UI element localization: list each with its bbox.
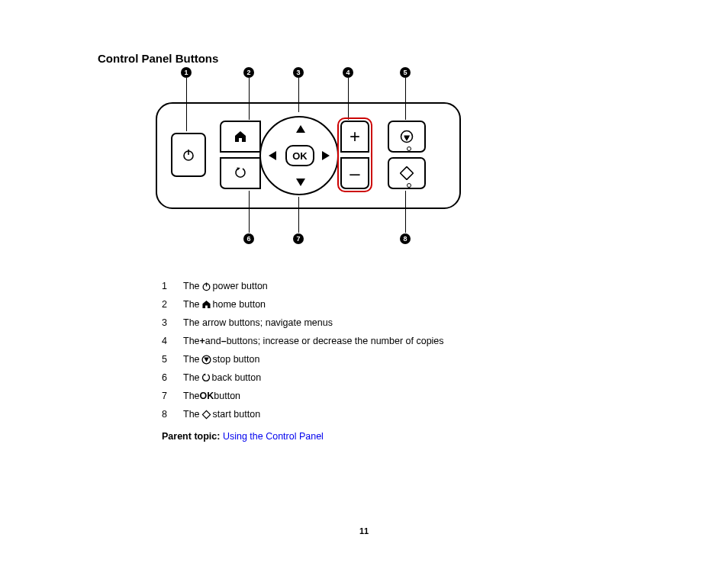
legend-desc: The start button: [183, 409, 260, 420]
legend-desc: The back button: [183, 372, 261, 383]
start-icon: [201, 410, 211, 420]
legend-row: 6 The back button: [162, 372, 444, 383]
legend-number: 7: [162, 391, 183, 401]
callout-4: 4: [343, 67, 353, 78]
legend-desc: The + and – buttons; increase or decreas…: [183, 336, 444, 346]
legend-row: 4 The + and – buttons; increase or decre…: [162, 336, 444, 346]
power-icon: [201, 282, 211, 291]
arrow-right-icon: [322, 151, 330, 160]
legend-row: 3 The arrow buttons; navigate menus: [162, 317, 444, 328]
legend-number: 3: [162, 317, 183, 328]
callout-3: 3: [293, 67, 304, 78]
callout-2: 2: [243, 67, 254, 78]
section-heading: Control Panel Buttons: [98, 52, 218, 65]
callout-6: 6: [243, 233, 254, 244]
page-number: 11: [0, 526, 728, 536]
callout-7: 7: [293, 233, 304, 244]
led-icon: [407, 183, 411, 188]
legend-number: 6: [162, 372, 183, 383]
svg-rect-10: [202, 410, 210, 418]
legend-desc: The home button: [183, 299, 266, 310]
start-button: [388, 157, 426, 189]
callout-5: 5: [400, 67, 411, 78]
back-button: [220, 157, 261, 189]
svg-marker-8: [204, 357, 209, 362]
legend-desc: The OK button: [183, 391, 240, 401]
navigation-dial: OK: [259, 116, 339, 195]
legend-number: 8: [162, 409, 183, 420]
legend-desc: The power button: [183, 281, 268, 291]
power-button: [171, 133, 206, 177]
leader: [298, 197, 299, 233]
minus-button: –: [340, 157, 369, 189]
power-icon: [182, 148, 195, 162]
legend-desc: The arrow buttons; navigate menus: [183, 317, 333, 328]
stop-icon: [201, 355, 211, 365]
parent-topic-link[interactable]: Using the Control Panel: [223, 431, 324, 442]
callout-8: 8: [400, 233, 411, 244]
leader: [405, 191, 406, 233]
legend-row: 1 The power button: [162, 281, 444, 291]
stop-button: [388, 121, 426, 153]
legend-desc: The stop button: [183, 354, 259, 365]
control-panel-diagram: 1 2 3 4 5: [156, 67, 461, 265]
stop-icon: [400, 130, 414, 143]
back-icon: [201, 373, 211, 383]
parent-topic: Parent topic: Using the Control Panel: [162, 431, 324, 442]
arrow-left-icon: [269, 151, 276, 160]
arrow-up-icon: [296, 125, 305, 133]
arrow-down-icon: [296, 179, 305, 186]
legend-number: 2: [162, 299, 183, 310]
legend-row: 2 The home button: [162, 299, 444, 310]
led-icon: [407, 146, 411, 151]
svg-rect-4: [401, 167, 414, 180]
home-icon: [234, 130, 247, 143]
home-button: [220, 121, 261, 153]
legend-row: 5 The stop button: [162, 354, 444, 365]
legend-row: 7 The OK button: [162, 391, 444, 401]
parent-topic-label: Parent topic:: [162, 431, 223, 442]
legend-number: 4: [162, 336, 183, 346]
leader: [249, 191, 250, 233]
back-icon: [234, 167, 246, 179]
legend-number: 5: [162, 354, 183, 365]
control-panel-frame: OK + –: [156, 102, 461, 209]
plus-button: +: [340, 121, 369, 153]
callout-1: 1: [181, 67, 192, 78]
legend-list: 1 The power button 2 The home button 3 T…: [162, 281, 444, 427]
legend-number: 1: [162, 281, 183, 291]
svg-marker-3: [404, 137, 409, 141]
legend-row: 8 The start button: [162, 409, 444, 420]
ok-button: OK: [285, 145, 314, 166]
home-icon: [201, 300, 211, 309]
start-icon: [400, 166, 414, 180]
